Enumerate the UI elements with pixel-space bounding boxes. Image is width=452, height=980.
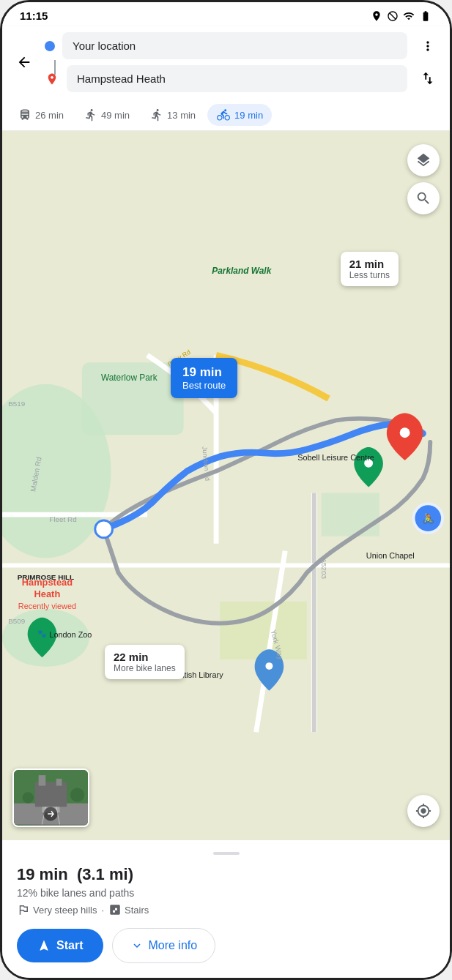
svg-text:Parkland Walk: Parkland Walk bbox=[212, 266, 272, 276]
search-map-button[interactable] bbox=[407, 182, 440, 214]
transport-tabs: 26 min 49 min 13 min 19 min bbox=[2, 100, 450, 131]
my-location-icon bbox=[415, 803, 431, 819]
tab-bike[interactable]: 19 min bbox=[207, 104, 272, 126]
mountain-icon bbox=[17, 903, 30, 916]
back-arrow-icon bbox=[16, 54, 32, 70]
svg-rect-4 bbox=[220, 602, 307, 659]
svg-text:🚴: 🚴 bbox=[422, 512, 435, 525]
drag-handle bbox=[213, 852, 240, 855]
less-turns-desc: Less turns bbox=[349, 270, 390, 280]
svg-point-44 bbox=[23, 792, 34, 803]
stairs-icon bbox=[108, 903, 122, 916]
hike-icon bbox=[150, 108, 163, 121]
swap-routes-button[interactable] bbox=[415, 65, 441, 91]
svg-rect-3 bbox=[322, 493, 379, 536]
three-dots-icon bbox=[420, 39, 435, 53]
map-pin-icon bbox=[45, 72, 59, 86]
more-lanes-duration: 22 min bbox=[114, 651, 176, 663]
transit-icon bbox=[18, 108, 32, 121]
svg-text:Sobell Leisure Centre: Sobell Leisure Centre bbox=[297, 453, 374, 462]
more-menu-button[interactable] bbox=[415, 33, 441, 59]
start-label: Start bbox=[56, 939, 83, 952]
street-view-thumbnail[interactable] bbox=[12, 768, 89, 827]
swap-icon bbox=[420, 70, 436, 86]
less-turns-duration: 21 min bbox=[349, 258, 390, 270]
map-svg: 🐾 🚴 Parkland Walk Waterlow Park PRIMROSE… bbox=[2, 131, 450, 840]
status-icons bbox=[371, 10, 432, 22]
svg-text:Hampstead: Hampstead bbox=[22, 577, 73, 588]
tab-walk2[interactable]: 13 min bbox=[141, 104, 204, 126]
destination-dot bbox=[45, 72, 59, 86]
svg-text:Recently viewed: Recently viewed bbox=[18, 602, 76, 610]
best-route-duration: 19 min bbox=[182, 365, 226, 380]
svg-text:Union Chapel: Union Chapel bbox=[366, 551, 415, 560]
start-button[interactable]: Start bbox=[17, 929, 103, 962]
origin-input[interactable]: Your location bbox=[62, 32, 407, 59]
phone-frame: 11:15 Your location Hampstead Heath bbox=[0, 0, 452, 980]
bike-tab-label: 19 min bbox=[234, 110, 263, 121]
svg-point-45 bbox=[70, 788, 84, 801]
svg-point-13 bbox=[400, 427, 410, 438]
bike-lanes-info: 12% bike lanes and paths bbox=[17, 887, 435, 899]
route-warnings: Very steep hills · Stairs bbox=[17, 903, 435, 916]
best-route-desc: Best route bbox=[182, 380, 226, 391]
more-info-button[interactable]: More info bbox=[112, 928, 215, 963]
svg-rect-42 bbox=[56, 779, 62, 786]
svg-text:Fleet Rd: Fleet Rd bbox=[49, 515, 76, 523]
status-bar: 11:15 bbox=[2, 2, 450, 26]
battery-icon bbox=[419, 10, 432, 22]
location-icon bbox=[371, 10, 382, 22]
route-summary-title: 19 min (3.1 mi) bbox=[17, 865, 435, 884]
transit-tab-label: 26 min bbox=[35, 110, 64, 121]
bike-icon bbox=[216, 108, 231, 121]
layers-icon bbox=[415, 152, 431, 168]
walk2-tab-label: 13 min bbox=[167, 110, 196, 121]
svg-point-16 bbox=[265, 662, 273, 670]
stairs-label: Stairs bbox=[125, 905, 149, 916]
header-right bbox=[415, 33, 441, 91]
more-lanes-desc: More bike lanes bbox=[114, 663, 176, 673]
action-buttons: Start More info bbox=[17, 928, 435, 963]
svg-text:B519: B519 bbox=[8, 400, 26, 408]
route-distance: (3.1 mi) bbox=[77, 865, 133, 883]
svg-rect-41 bbox=[39, 775, 46, 785]
back-button[interactable] bbox=[11, 49, 37, 75]
street-view-image bbox=[14, 770, 88, 826]
svg-text:London Zoo: London Zoo bbox=[49, 630, 92, 639]
status-time: 11:15 bbox=[20, 10, 48, 22]
origin-dot bbox=[45, 41, 55, 51]
destination-input[interactable]: Hampstead Heath bbox=[67, 65, 407, 92]
walk-tab-label: 49 min bbox=[101, 110, 130, 121]
map-area[interactable]: 🐾 🚴 Parkland Walk Waterlow Park PRIMROSE… bbox=[2, 131, 450, 840]
svg-text:A5203: A5203 bbox=[320, 558, 328, 580]
more-info-label: More info bbox=[148, 939, 197, 952]
route-label-less-turns[interactable]: 21 min Less turns bbox=[341, 252, 399, 286]
steep-hills-warning: Very steep hills bbox=[17, 903, 97, 916]
route-inputs: Your location Hampstead Heath bbox=[45, 32, 407, 92]
stairs-warning: Stairs bbox=[108, 903, 149, 916]
navigation-icon bbox=[37, 939, 51, 952]
search-icon bbox=[415, 190, 431, 206]
steep-hills-label: Very steep hills bbox=[33, 905, 97, 916]
svg-text:🐾: 🐾 bbox=[37, 629, 47, 638]
bottom-sheet: 19 min (3.1 mi) 12% bike lanes and paths… bbox=[2, 840, 450, 978]
wifi-icon bbox=[403, 10, 415, 22]
nav-header: Your location Hampstead Heath bbox=[2, 26, 450, 100]
svg-rect-40 bbox=[35, 782, 67, 807]
tab-walk[interactable]: 49 min bbox=[75, 104, 138, 126]
my-location-button[interactable] bbox=[407, 795, 440, 827]
layers-button[interactable] bbox=[407, 144, 440, 176]
route-label-best[interactable]: 19 min Best route bbox=[171, 358, 237, 398]
block-icon bbox=[387, 10, 399, 22]
walk-icon bbox=[84, 108, 97, 121]
svg-text:B509: B509 bbox=[8, 617, 26, 625]
tab-transit[interactable]: 26 min bbox=[10, 104, 73, 126]
route-label-more-lanes[interactable]: 22 min More bike lanes bbox=[105, 645, 185, 679]
svg-text:Heath: Heath bbox=[34, 588, 61, 599]
svg-text:Waterlow Park: Waterlow Park bbox=[101, 373, 158, 383]
destination-row: Hampstead Heath bbox=[45, 65, 407, 92]
chevron-down-icon bbox=[130, 939, 144, 952]
route-duration: 19 min bbox=[17, 865, 68, 883]
origin-row: Your location bbox=[45, 32, 407, 59]
svg-point-12 bbox=[95, 520, 113, 538]
